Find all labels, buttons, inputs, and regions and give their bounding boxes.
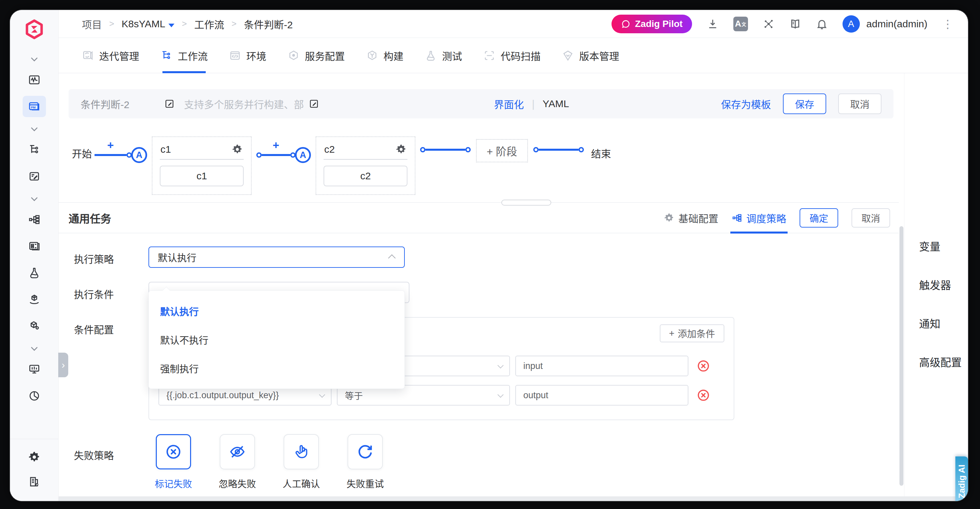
tab-service-config[interactable]: 服务配置 [288, 38, 345, 73]
fail-label: 人工确认 [283, 477, 320, 490]
chevron-up-icon [388, 255, 396, 262]
dropdown-option-force-run[interactable]: 强制执行 [149, 354, 404, 382]
workflow-description: 支持多个服务并行构建、部 [184, 97, 304, 111]
sidebar-item-dashboard[interactable] [23, 69, 46, 90]
job-card[interactable]: c2 [323, 166, 407, 186]
stage-c1[interactable]: c1 c1 [152, 136, 252, 195]
translate-icon[interactable]: A文 [733, 17, 748, 31]
add-condition-label: 添加条件 [678, 327, 715, 340]
view-yaml-mode[interactable]: YAML [542, 98, 569, 109]
tab-workflow[interactable]: 工作流 [161, 38, 208, 73]
pm-badge-text: PM [30, 105, 35, 109]
integrations-icon[interactable] [763, 18, 775, 30]
breadcrumb-project[interactable]: 项目 [82, 17, 102, 31]
sidebar-item-insights[interactable] [23, 358, 46, 380]
tab-build[interactable]: 构建 [366, 38, 403, 73]
zadig-logo-icon[interactable] [24, 19, 45, 41]
menu-item-advanced-config[interactable]: 高级配置 [919, 354, 968, 369]
menu-item-notifications[interactable]: 通知 [919, 316, 968, 331]
edit-description-icon[interactable] [309, 98, 319, 109]
notifications-bell-icon[interactable] [816, 18, 828, 30]
exec-policy-row: 执行策略 默认执行 [74, 246, 899, 268]
scrollbar-thumb[interactable] [899, 226, 904, 486]
vertical-scrollbar[interactable] [899, 73, 904, 501]
canvas-collapse-handle[interactable] [501, 200, 551, 206]
approval-badge-icon[interactable]: A [131, 147, 147, 163]
task-title: 通用任务 [68, 210, 111, 225]
sidebar-item-pipelines[interactable] [23, 209, 46, 230]
save-button[interactable]: 保存 [783, 94, 826, 114]
confirm-button[interactable]: 确定 [800, 208, 838, 228]
build-icon [366, 49, 378, 62]
sidebar-section-chevron-icon[interactable] [23, 342, 46, 355]
cancel-button[interactable]: 取消 [838, 94, 881, 114]
download-icon[interactable] [707, 18, 719, 30]
sidebar-item-artifacts[interactable] [23, 316, 46, 337]
sidebar-item-delivery[interactable] [23, 289, 46, 310]
tab-code-scan[interactable]: 代码扫描 [483, 38, 541, 73]
sidebar-item-audit[interactable] [23, 471, 46, 492]
condition-operator-value: 等于 [345, 389, 363, 402]
breadcrumb-current: 条件判断-2 [244, 17, 293, 31]
failure-option-mark-failed[interactable]: 标记失败 [148, 434, 199, 490]
workflow-name: 条件判断-2 [81, 97, 129, 111]
app-window: PM › 项目 > K8sYAML > 工作流 > 条件 [10, 10, 968, 501]
exec-policy-dropdown: 默认执行 默认不执行 强制执行 [148, 290, 405, 389]
stage-settings-gear-icon[interactable] [232, 144, 243, 155]
stage-c2[interactable]: c2 c2 [316, 136, 415, 195]
delete-condition-icon[interactable] [696, 388, 710, 402]
tab-test[interactable]: 测试 [425, 38, 462, 73]
tab-basic-config[interactable]: 基础配置 [664, 203, 718, 233]
add-job-plus-icon[interactable]: + [273, 139, 279, 152]
add-job-plus-icon[interactable]: + [107, 139, 114, 152]
avatar[interactable]: A [843, 15, 860, 33]
stage-name: c2 [324, 144, 335, 155]
delete-condition-icon[interactable] [696, 359, 710, 373]
breadcrumb-workflows[interactable]: 工作流 [194, 17, 224, 31]
add-condition-button[interactable]: +添加条件 [660, 324, 724, 343]
sidebar-item-workflows[interactable] [23, 139, 46, 160]
sidebar-section-chevron-icon[interactable] [23, 122, 46, 136]
breadcrumb-project-name[interactable]: K8sYAML [121, 18, 174, 30]
sidebar-section-chevron-icon[interactable] [23, 192, 46, 206]
sidebar-expand-handle[interactable]: › [58, 353, 68, 377]
sidebar-collapse-icon[interactable] [23, 52, 46, 66]
sidebar-item-reports[interactable] [23, 385, 46, 406]
condition-value-input[interactable] [515, 356, 689, 376]
task-cancel-button[interactable]: 取消 [851, 208, 890, 228]
add-stage-button[interactable]: + 阶段 [476, 139, 528, 162]
tab-iteration[interactable]: 迭代管理 [82, 38, 139, 73]
sidebar-item-projects[interactable]: PM [23, 96, 46, 117]
condition-value-input[interactable] [515, 385, 689, 406]
failure-option-manual-confirm[interactable]: 人工确认 [276, 434, 326, 490]
zadig-ai-tab[interactable]: Zadig AI [955, 457, 968, 501]
project-caret-icon[interactable] [169, 24, 174, 27]
sidebar-item-tests[interactable] [23, 262, 46, 284]
dropdown-option-default-skip[interactable]: 默认不执行 [149, 325, 404, 354]
sidebar-item-builds[interactable] [23, 236, 46, 257]
menu-item-triggers[interactable]: 触发器 [919, 277, 968, 292]
fail-label: 失败重试 [347, 477, 384, 490]
failure-option-retry[interactable]: 失败重试 [340, 434, 390, 490]
tab-release[interactable]: 版本管理 [562, 38, 619, 73]
edit-name-icon[interactable] [164, 98, 175, 109]
tab-environment[interactable]: 环境 [229, 38, 266, 73]
tab-schedule-policy[interactable]: 调度策略 [732, 203, 786, 233]
view-ui-mode[interactable]: 界面化 [494, 97, 524, 111]
more-menu-icon[interactable]: ⋮ [942, 22, 953, 25]
tab-label: 迭代管理 [99, 48, 139, 63]
failure-option-ignore-failure[interactable]: 忽略失败 [212, 434, 262, 490]
docs-icon[interactable] [789, 18, 801, 30]
sidebar-item-settings[interactable] [23, 446, 46, 468]
connector: + A [256, 147, 311, 163]
job-card[interactable]: c1 [160, 166, 243, 186]
stage-settings-gear-icon[interactable] [396, 144, 407, 155]
username[interactable]: admin(admin) [867, 18, 928, 30]
dropdown-option-default-run[interactable]: 默认执行 [149, 297, 404, 325]
sidebar-item-edit-notes[interactable] [23, 166, 46, 187]
approval-badge-icon[interactable]: A [295, 147, 311, 163]
exec-policy-select[interactable]: 默认执行 [148, 246, 405, 268]
save-as-template-link[interactable]: 保存为模板 [721, 97, 771, 111]
zadig-pilot-button[interactable]: Zadig Pilot [611, 15, 692, 33]
menu-item-variables[interactable]: 变量 [919, 238, 968, 254]
